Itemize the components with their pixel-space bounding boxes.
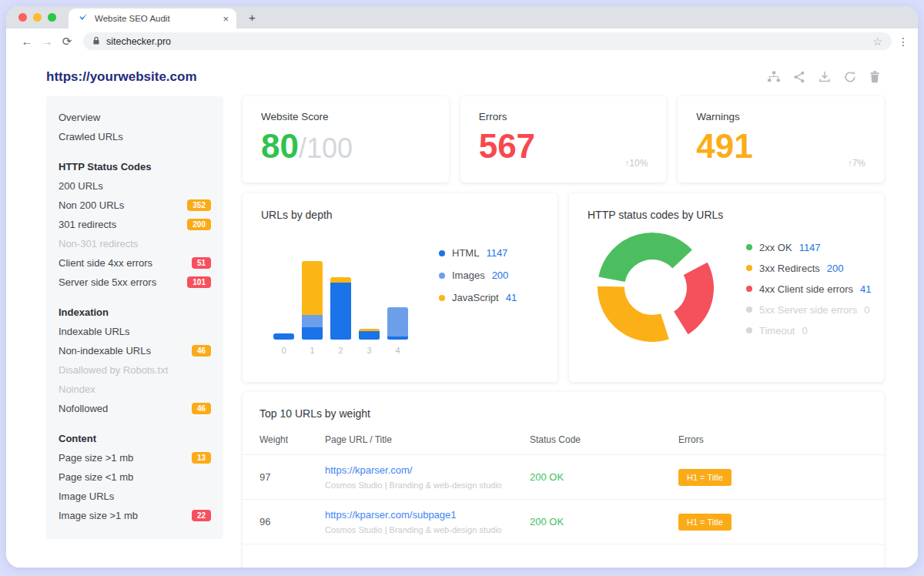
count-badge: 46 [192,345,211,357]
errors-delta: ↑10% [624,158,648,169]
trash-icon[interactable] [869,70,881,84]
sidebar-item-image-urls[interactable]: Image URLs [59,487,211,506]
sitechecker-favicon-icon [78,12,89,25]
legend-item-images[interactable]: Images 200 [439,270,517,281]
sidebar-item-label: Non-301 redirects [59,238,138,249]
sidebar-item-200-urls[interactable]: 200 URLs [59,176,211,196]
sidebar-item-non-200-urls[interactable]: Non 200 URLs352 [59,196,211,215]
browser-window: Website SEO Audit × + ← → ⟳ sitechecker.… [6,6,918,568]
page-title-text: Cosmos Studio | Branding & web-design st… [325,525,530,534]
stat-cards-row: Website Score 80/100 Errors 567 ↑10% War… [243,96,884,183]
back-icon[interactable]: ← [17,35,37,48]
tab-title: Website SEO Audit [95,14,216,23]
reload-icon[interactable]: ⟳ [57,35,77,49]
sidebar-item-overview[interactable]: Overview [59,108,211,127]
stat-label: Website Score [261,111,430,122]
legend-dot-icon [439,250,445,256]
donut-slice-4xx-client-side-errors[interactable] [674,263,714,335]
bar-segment [330,277,351,283]
table-footer [243,544,884,568]
errors-value: 567 [479,129,648,163]
bar-chart-legend: HTML 1147Images 200JavaScript 41 [439,247,517,340]
page-title-text: Cosmos Studio | Branding & web-design st… [325,481,530,490]
sidebar-item-image-size-1-mb[interactable]: Image size >1 mb22 [59,506,211,525]
warnings-delta: ↑7% [848,158,865,169]
sidebar-section-title: Content [59,429,211,448]
page-url-link[interactable]: https://kparser.com/ [325,464,530,476]
chart-title: URLs by depth [261,209,539,221]
bar-column[interactable]: 2 [330,277,351,340]
page-url-cell: https://kparser.com/subpage1Cosmos Studi… [325,509,530,534]
close-tab-icon[interactable]: × [223,14,229,24]
legend-item-html[interactable]: HTML 1147 [439,247,517,259]
count-badge: 13 [192,452,211,464]
minimize-window-button[interactable] [33,13,42,22]
legend-item-2xx-ok[interactable]: 2xx OK 1147 [746,242,872,253]
warnings-card: Warnings 491 ↑7% [678,96,884,183]
bar-segment [330,283,351,340]
column-header: Errors [678,434,867,445]
new-tab-button[interactable]: + [249,12,256,23]
donut-slice-2xx-ok[interactable] [598,233,692,282]
main-panel: Website Score 80/100 Errors 567 ↑10% War… [243,96,884,568]
window-controls [18,13,56,22]
bar-column[interactable]: 1 [302,261,323,340]
legend-item-4xx-client-side-errors[interactable]: 4xx Client side errors 41 [746,283,872,295]
sidebar-item-label: Crawled URLs [59,131,123,142]
share-icon[interactable] [792,70,806,84]
bar-column[interactable]: 4 [387,307,408,340]
close-window-button[interactable] [18,13,27,22]
sidebar-item-crawled-urls[interactable]: Crawled URLs [59,127,211,146]
bar-x-label: 4 [387,346,408,355]
sidebar-item-indexable-urls[interactable]: Indexable URLs [59,322,211,341]
donut-slice-3xx-redirects[interactable] [598,286,669,342]
sidebar-item-disallowed-by-robots-txt[interactable]: Disallowed by Robots.txt [59,360,211,380]
sidebar-item-label: Server side 5xx errors [59,276,156,288]
browser-menu-icon[interactable]: ⋮ [898,35,909,48]
legend-label: Images [452,270,485,281]
url-text[interactable]: sitechecker.pro [106,36,866,47]
refresh-icon[interactable] [843,70,857,84]
legend-item-timeout[interactable]: Timeout 0 [746,325,872,337]
table-row: 96https://kparser.com/subpage1Cosmos Stu… [243,500,884,544]
website-score-value: 80/100 [261,129,430,163]
legend-item-3xx-redirects[interactable]: 3xx Redirects 200 [746,263,872,274]
forward-icon[interactable]: → [37,35,57,48]
sidebar-item-301-redirects[interactable]: 301 redirects200 [59,215,211,234]
sidebar-item-nofollowed[interactable]: Nofollowed46 [59,399,211,418]
url-bar[interactable]: sitechecker.pro ☆ [83,32,892,50]
count-badge: 46 [192,403,211,414]
sitemap-icon[interactable] [767,70,781,84]
sidebar-item-non-301-redirects[interactable]: Non-301 redirects [59,234,211,253]
sidebar-item-noindex[interactable]: Noindex [59,380,211,399]
legend-label: HTML [452,247,479,259]
column-header: Status Code [530,434,678,445]
zoom-window-button[interactable] [48,13,56,22]
status-code-cell: 200 OK [530,471,678,483]
legend-item-5xx-server-side-errors[interactable]: 5xx Server side errors 0 [746,304,872,316]
legend-value: 200 [492,270,509,281]
bar-column[interactable]: 0 [273,333,294,340]
legend-item-javascript[interactable]: JavaScript 41 [439,292,517,303]
legend-value: 1147 [486,247,507,259]
sidebar-item-client-side-4xx-errors[interactable]: Client side 4xx errors51 [59,253,211,273]
table-body: 97https://kparser.com/Cosmos Studio | Br… [243,455,884,544]
page-url-link[interactable]: https://kparser.com/subpage1 [325,509,530,521]
download-icon[interactable] [818,70,832,84]
browser-tab[interactable]: Website SEO Audit × [69,8,236,28]
bar-segment [302,261,323,315]
warnings-value: 491 [696,129,865,163]
lock-icon [92,35,100,49]
sidebar-item-non-indexable-urls[interactable]: Non-indexable URLs46 [59,341,211,360]
table-header: WeightPage URL / TitleStatus CodeErrors [243,420,884,455]
legend-dot-icon [746,306,752,313]
sidebar-item-page-size-1-mb[interactable]: Page size <1 mb [59,467,211,487]
sidebar-item-label: Non-indexable URLs [59,345,151,357]
bookmark-star-icon[interactable]: ☆ [872,35,882,48]
bar-column[interactable]: 3 [359,329,380,340]
error-badge: H1 = Title [678,469,732,486]
website-score-card: Website Score 80/100 [243,96,449,183]
sidebar-item-page-size-1-mb[interactable]: Page size >1 mb13 [59,448,211,467]
legend-dot-icon [746,286,752,292]
sidebar-item-server-side-5xx-errors[interactable]: Server side 5xx errors101 [59,273,211,292]
